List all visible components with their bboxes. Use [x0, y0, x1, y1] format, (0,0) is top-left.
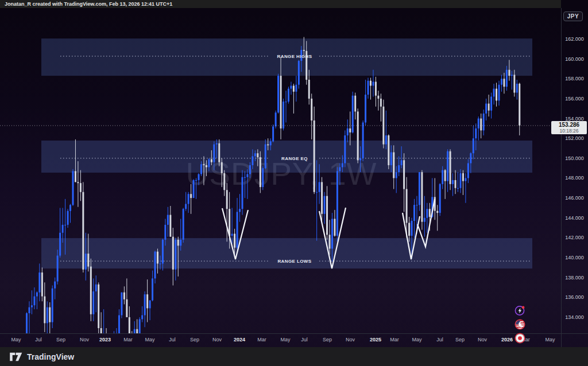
candle-up: [485, 104, 487, 114]
candle-up: [470, 153, 471, 163]
candle-down: [190, 194, 192, 198]
candle-up: [390, 152, 392, 165]
candle-down: [406, 189, 408, 223]
candle-down: [44, 297, 45, 324]
candle-down: [408, 223, 410, 236]
candle-up: [396, 172, 397, 178]
candle-down: [508, 70, 510, 76]
candle-up: [118, 315, 120, 333]
candle-up: [368, 81, 369, 95]
candle-up: [64, 225, 66, 225]
candle-up: [316, 192, 318, 193]
candle-up: [385, 135, 387, 145]
candle-up: [62, 225, 64, 233]
candle-up: [411, 221, 413, 236]
candle-up: [288, 89, 289, 102]
candle-up: [154, 252, 156, 279]
candle-up: [167, 215, 169, 225]
candle-up: [180, 240, 181, 246]
candle-up: [38, 272, 40, 293]
candle-up: [465, 178, 466, 181]
price-tick: 152.000: [561, 135, 588, 141]
candle-up: [347, 129, 349, 135]
candle-down: [234, 233, 235, 247]
candle-down: [488, 104, 490, 111]
price-tick: 150.000: [561, 155, 588, 161]
candle-up: [331, 219, 333, 248]
candle-down: [357, 111, 359, 160]
price-tick: 158.000: [561, 76, 588, 81]
price-tick: 146.000: [561, 195, 588, 201]
candle-up: [506, 70, 508, 87]
candle-down: [206, 165, 207, 167]
candle-up: [413, 205, 415, 221]
candle-up: [216, 143, 218, 145]
candle-down: [280, 76, 282, 129]
candle-down: [211, 159, 212, 162]
candle-down: [436, 211, 438, 213]
candle-up: [511, 75, 513, 76]
price-tick: 148.000: [561, 175, 588, 181]
candle-down: [203, 164, 204, 165]
candle-up: [159, 263, 161, 264]
japan-flag-icon[interactable]: [514, 333, 525, 344]
currency-badge[interactable]: JPY: [563, 11, 583, 21]
candle-up: [72, 171, 74, 205]
candle-down: [169, 215, 171, 237]
candle-up: [265, 145, 266, 169]
candlestick-plot[interactable]: [0, 8, 561, 333]
candle-down: [177, 240, 179, 246]
candle-up: [447, 151, 448, 181]
candle-down: [90, 267, 92, 314]
candle-up: [283, 102, 284, 129]
candle-down: [308, 80, 310, 99]
time-tick: May: [3, 337, 29, 342]
candle-up: [57, 256, 59, 282]
candle-up: [498, 85, 500, 101]
time-axis[interactable]: MayJulSepNov2023MarMayJulSepNov2024MarMa…: [0, 334, 561, 347]
candle-up: [249, 165, 251, 174]
time-tick: Sep: [182, 337, 207, 342]
range-band: [41, 38, 532, 76]
time-tick: May: [537, 337, 563, 342]
price-tick: 144.000: [561, 215, 588, 221]
candle-up: [149, 301, 151, 309]
candle-up: [198, 174, 200, 180]
candle-down: [403, 160, 405, 189]
candle-up: [52, 289, 53, 322]
candle-up: [416, 205, 417, 205]
price-tick: 140.000: [561, 255, 588, 260]
candle-up: [295, 85, 297, 92]
economic-event-bolt-icon[interactable]: [514, 305, 525, 316]
tradingview-logo-text: TradingView: [27, 352, 74, 361]
candle-down: [41, 272, 43, 297]
tradingview-chart-window: Jonatan_R created with TradingView.com, …: [0, 0, 588, 366]
candle-up: [200, 164, 202, 174]
time-tick: Nov: [338, 337, 363, 342]
candle-up: [239, 209, 241, 212]
candle-down: [82, 192, 84, 270]
candle-up: [401, 160, 403, 165]
candle-up: [285, 102, 287, 102]
price-axis[interactable]: 162.000160.000158.000156.000154.000152.0…: [561, 8, 588, 333]
candle-up: [195, 180, 197, 181]
candle-up: [362, 122, 364, 158]
us-flag-moon-icon[interactable]: [514, 319, 525, 330]
time-tick: Mar: [382, 337, 407, 342]
candle-down: [462, 173, 464, 181]
candle-down: [429, 209, 431, 217]
candle-down: [388, 135, 389, 165]
tradingview-logo[interactable]: TradingView: [9, 352, 74, 362]
range-band: [41, 238, 532, 268]
candle-up: [141, 315, 143, 319]
candle-up: [339, 167, 341, 171]
candle-down: [377, 96, 379, 99]
candle-up: [59, 233, 61, 256]
candle-up: [26, 313, 28, 333]
tradingview-logo-icon: [9, 352, 23, 362]
candle-down: [257, 153, 258, 157]
candle-up: [478, 119, 479, 129]
candle-down: [98, 285, 99, 328]
candle-up: [324, 196, 326, 214]
candle-up: [298, 61, 300, 85]
